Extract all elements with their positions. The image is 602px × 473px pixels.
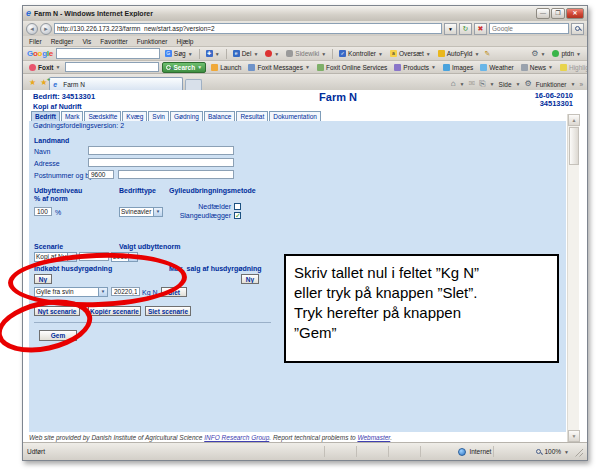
- back-button[interactable]: ◄: [26, 23, 38, 35]
- menu-bar: Filer Rediger Vis Favoritter Funktioner …: [23, 36, 587, 47]
- command-bar: ⌂▼ ✉ ⎘▼ Side▼ ⚙ Funktioner▼ »: [451, 80, 583, 90]
- status-cell: [493, 446, 533, 457]
- menu-hjaelp[interactable]: Hjælp: [177, 38, 194, 45]
- add-gadget-button[interactable]: ✚▼: [204, 50, 222, 57]
- kopier-scenarie-button[interactable]: Kopiér scenarie: [88, 306, 141, 316]
- autofill-button[interactable]: AutoFyld▼: [436, 50, 482, 57]
- scroll-up-button[interactable]: ▲: [568, 114, 580, 126]
- scenarie-name-input[interactable]: [79, 252, 109, 261]
- foxit-highlight-button[interactable]: Highlight: [558, 64, 587, 71]
- resize-grip[interactable]: [573, 447, 583, 457]
- zoom-dropdown-icon[interactable]: ▼: [564, 449, 569, 455]
- menu-filer[interactable]: Filer: [29, 38, 42, 45]
- refresh-button[interactable]: ↻: [459, 23, 472, 35]
- tools-menu-button[interactable]: Funktioner: [536, 81, 567, 88]
- share-button[interactable]: eDel▼: [231, 50, 261, 57]
- foxit-search-button[interactable]: Search▼: [162, 62, 206, 73]
- new-tab-button[interactable]: [185, 79, 202, 90]
- page-viewport: Bedrift: 34513301 Farm N 16-06-2010 3451…: [23, 90, 587, 442]
- webmaster-link[interactable]: Webmaster: [357, 434, 390, 441]
- google-search-input[interactable]: [56, 48, 160, 59]
- chevron-down-icon: ▼: [67, 253, 76, 261]
- maximize-button[interactable]: ❐: [551, 8, 565, 19]
- postnummer-input[interactable]: [88, 170, 114, 179]
- ny-husdyrgoedning-button[interactable]: Ny: [34, 274, 52, 284]
- add-favorite-icon[interactable]: ★: [40, 78, 47, 87]
- pct-af-norm-header: % af norm: [34, 195, 68, 202]
- by-input[interactable]: [118, 170, 234, 179]
- slet-button[interactable]: Slet: [161, 287, 187, 297]
- foxit-launch-button[interactable]: Launch: [209, 64, 243, 71]
- navn-input[interactable]: [88, 146, 234, 155]
- minimize-button[interactable]: —: [536, 8, 550, 19]
- scenarie-value: Kopi af Nudrift: [35, 253, 67, 261]
- bookmark-button[interactable]: ▼: [263, 50, 281, 57]
- menu-favoritter[interactable]: Favoritter: [100, 38, 127, 45]
- kgn-label: Kg N: [142, 289, 158, 296]
- menu-rediger[interactable]: Rediger: [51, 38, 74, 45]
- close-button[interactable]: ✕: [566, 8, 584, 19]
- page-menu-button[interactable]: Side: [499, 81, 512, 88]
- foxit-menu-button[interactable]: Foxit▼: [27, 64, 62, 71]
- tools-gear-icon: ⚙: [525, 80, 532, 88]
- print-icon[interactable]: ⎘: [479, 80, 485, 88]
- bedrifttype-select[interactable]: Svineavler▼: [119, 207, 163, 217]
- scrollbar-thumb[interactable]: [569, 127, 579, 165]
- messages-icon: [248, 64, 255, 71]
- adresse-input[interactable]: [88, 158, 234, 167]
- favorites-star-icon[interactable]: ★: [29, 78, 36, 87]
- pen-icon[interactable]: ✎: [484, 50, 490, 58]
- indkobt-header: Indkøbt husdyrgødning: [34, 265, 112, 272]
- forward-button[interactable]: ►: [40, 23, 52, 35]
- sidewiki-button[interactable]: Sidewiki▼: [284, 50, 328, 57]
- wrench-icon: ⚙: [531, 50, 538, 58]
- internet-zone-label: Internet: [469, 448, 491, 455]
- ie-logo-icon: e: [26, 9, 31, 18]
- udbytteniveau-input[interactable]: [34, 207, 52, 216]
- spellcheck-button[interactable]: ✓Kontroller▼: [337, 50, 385, 57]
- menu-funktioner[interactable]: Funktioner: [137, 38, 168, 45]
- scroll-down-button[interactable]: ▼: [568, 430, 580, 442]
- search-go-button[interactable]: [571, 23, 584, 35]
- launch-icon: [211, 64, 218, 71]
- nedfaelder-checkbox[interactable]: [234, 203, 241, 210]
- slet-scenarie-button[interactable]: Slet scenarie: [145, 306, 191, 316]
- slangeudlaegger-checkbox[interactable]: ✓: [234, 212, 241, 219]
- google-search-button[interactable]: GSøg▼: [163, 50, 195, 57]
- zoom-level[interactable]: 100%: [544, 448, 561, 455]
- vertical-scrollbar[interactable]: ▲ ▼: [567, 114, 579, 442]
- url-dropdown-button[interactable]: ▼: [444, 23, 457, 35]
- ny-salg-button[interactable]: Ny: [241, 274, 259, 284]
- foxit-weather-button[interactable]: Weather: [478, 64, 515, 71]
- info-research-group-link[interactable]: INFO Research Group: [204, 434, 269, 441]
- status-cell: [324, 446, 354, 457]
- goedningstype-select[interactable]: Gylle fra svin▼: [34, 287, 108, 297]
- bedrift-id: Bedrift: 34513301: [33, 92, 95, 101]
- kgn-input[interactable]: [111, 287, 140, 296]
- gem-button[interactable]: Gem: [39, 330, 77, 341]
- stop-button[interactable]: ✖: [474, 23, 487, 35]
- speech-bubble-icon: [286, 50, 293, 57]
- goedningstype-value: Gylle fra svin: [35, 288, 98, 296]
- landmand-header: Landmand: [34, 137, 69, 144]
- foxit-products-button[interactable]: Products▼: [392, 64, 438, 71]
- foxit-messages-button[interactable]: Foxit Messages▼: [246, 64, 311, 71]
- menu-vis[interactable]: Vis: [82, 38, 91, 45]
- toolbar-settings-button[interactable]: ⚙▼: [529, 50, 547, 58]
- gylleudbringning-header: Gylleudbringningsmetode: [169, 187, 256, 194]
- home-icon[interactable]: ⌂: [451, 80, 456, 88]
- tab-farm-n[interactable]: e Farm N: [49, 77, 183, 90]
- foxit-news-button[interactable]: News▼: [519, 64, 555, 71]
- account-button[interactable]: ptdn▼: [550, 50, 583, 57]
- scenarie-select[interactable]: Kopi af Nudrift▼: [34, 252, 77, 262]
- translate-button[interactable]: aOversæt▼: [388, 50, 433, 57]
- foxit-search-input[interactable]: [65, 62, 159, 72]
- feeds-icon[interactable]: ✉: [469, 80, 476, 88]
- nyt-scenarie-button[interactable]: Nyt scenarie: [34, 306, 80, 316]
- quick-search-input[interactable]: [489, 23, 569, 34]
- url-input[interactable]: [54, 23, 442, 34]
- year-select[interactable]: 2010▼: [111, 252, 138, 262]
- foxit-online-services-button[interactable]: Foxit Online Services: [315, 64, 389, 71]
- overflow-chevron[interactable]: »: [579, 81, 583, 88]
- foxit-images-button[interactable]: Images: [441, 64, 475, 71]
